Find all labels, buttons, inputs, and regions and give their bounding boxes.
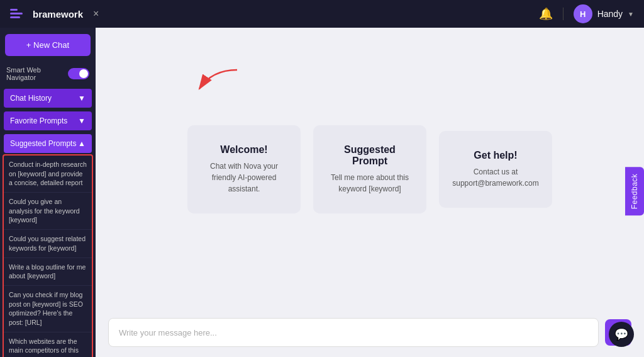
info-card: Welcome! Chat with Nova your friendly AI… xyxy=(187,125,301,213)
card-title: Suggested Prompt xyxy=(328,144,411,167)
topbar: bramework × 🔔 H Handy ▼ xyxy=(0,0,644,28)
chevron-down-icon: ▼ xyxy=(78,94,86,103)
list-item[interactable]: Could you give an analysis for the keywo… xyxy=(4,193,92,230)
card-title: Welcome! xyxy=(220,144,267,156)
list-item[interactable]: Which websites are the main competitors … xyxy=(4,332,92,357)
chat-area: Welcome! Chat with Nova your friendly AI… xyxy=(96,28,644,310)
new-chat-button[interactable]: + New Chat xyxy=(5,34,91,56)
logo-text: bramework xyxy=(33,9,83,20)
message-input[interactable] xyxy=(108,318,599,347)
chat-history-section: Chat History ▼ xyxy=(0,88,96,109)
list-item[interactable]: Write a blog outline for me about [keywo… xyxy=(4,258,92,286)
list-item[interactable]: Conduct in-depth research on [keyword] a… xyxy=(4,156,92,193)
main-content: Welcome! Chat with Nova your friendly AI… xyxy=(96,28,644,357)
suggested-items-list: Conduct in-depth research on [keyword] a… xyxy=(3,154,93,357)
smart-web-navigator-toggle[interactable] xyxy=(68,68,89,79)
card-desc: Chat with Nova your friendly AI-powered … xyxy=(203,161,286,195)
smart-web-navigator-row: Smart Web Navigator xyxy=(0,62,96,88)
card-title: Get help! xyxy=(474,150,517,161)
card-desc: Tell me more about this keyword [keyword… xyxy=(328,172,411,195)
chevron-down-icon: ▼ xyxy=(628,11,634,18)
user-name: Handy xyxy=(597,9,623,19)
svg-rect-2 xyxy=(10,16,20,18)
info-card: Get help! Contact us at support@bramewor… xyxy=(439,131,552,208)
close-icon[interactable]: × xyxy=(93,8,99,20)
list-item[interactable]: Can you check if my blog post on [keywor… xyxy=(4,286,92,332)
bell-icon[interactable]: 🔔 xyxy=(539,7,553,21)
feedback-wrapper: Feedback xyxy=(625,167,644,218)
info-card: Suggested Prompt Tell me more about this… xyxy=(313,125,426,213)
svg-rect-1 xyxy=(10,13,23,14)
favorite-prompts-header[interactable]: Favorite Prompts ▼ xyxy=(4,111,92,130)
sidebar: + New Chat Smart Web Navigator Chat Hist… xyxy=(0,28,96,357)
card-desc: Contact us at support@bramework.com xyxy=(452,166,539,189)
chat-history-header[interactable]: Chat History ▼ xyxy=(4,89,92,108)
chat-bubble-button[interactable]: 💬 xyxy=(609,322,634,347)
input-area: ► xyxy=(96,310,644,357)
topbar-left: bramework × xyxy=(10,8,99,20)
suggested-prompts-section: Suggested Prompts ▲ Conduct in-depth res… xyxy=(0,133,96,357)
divider xyxy=(563,8,564,20)
favorite-prompts-section: Favorite Prompts ▼ xyxy=(0,110,96,132)
chevron-down-icon: ▼ xyxy=(78,116,86,125)
main-layout: + New Chat Smart Web Navigator Chat Hist… xyxy=(0,28,644,357)
logo-icon xyxy=(10,8,28,20)
feedback-button[interactable]: Feedback xyxy=(625,167,644,215)
svg-rect-0 xyxy=(10,9,18,11)
suggested-prompts-header[interactable]: Suggested Prompts ▲ xyxy=(4,134,92,153)
topbar-right: 🔔 H Handy ▼ xyxy=(539,4,634,23)
chevron-up-icon: ▲ xyxy=(78,139,86,148)
smart-toggle-label: Smart Web Navigator xyxy=(6,66,68,81)
avatar: H xyxy=(574,4,592,23)
list-item[interactable]: Could you suggest related keywords for [… xyxy=(4,230,92,258)
user-profile[interactable]: H Handy ▼ xyxy=(574,4,634,23)
chat-bubble-icon: 💬 xyxy=(614,327,628,341)
